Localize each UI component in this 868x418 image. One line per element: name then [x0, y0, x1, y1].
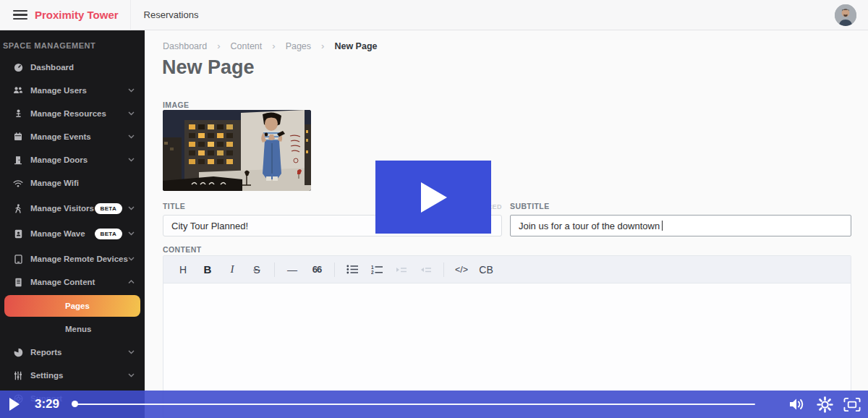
hamburger-menu-icon[interactable] [13, 10, 27, 20]
sidebar-subitem-pages[interactable]: Pages [4, 295, 140, 317]
mural-photo [163, 110, 311, 191]
toolbar-divider [443, 263, 444, 277]
sidebar-item-label: Menus [65, 325, 91, 333]
sidebar-item-manage-wave[interactable]: Manage Wave BETA [0, 222, 145, 245]
door-icon [13, 155, 23, 165]
chevron-down-icon [128, 373, 135, 378]
sidebar-item-manage-content[interactable]: Manage Content [0, 270, 145, 294]
sidebar-subitem-menus[interactable]: Menus [0, 317, 145, 341]
sidebar-item-dashboard[interactable]: Dashboard [0, 56, 145, 79]
sidebar-item-manage-events[interactable]: Manage Events [0, 125, 145, 148]
video-timestamp: 3:29 [35, 397, 59, 411]
breadcrumb-content[interactable]: Content [231, 41, 263, 51]
progress-track[interactable] [77, 404, 755, 406]
resource-icon [13, 109, 23, 119]
chevron-down-icon [128, 111, 135, 116]
blockquote-button[interactable]: 66 [308, 260, 326, 279]
video-progress [72, 403, 755, 406]
settings-button[interactable] [816, 396, 833, 412]
sidebar-item-manage-wifi[interactable]: Manage Wifi [0, 171, 145, 195]
brand-logo[interactable]: Proximity Tower [35, 9, 119, 21]
wifi-icon [13, 179, 23, 188]
strikethrough-button[interactable]: S [248, 260, 265, 279]
sidebar-item-reports[interactable]: Reports [0, 341, 145, 364]
chevron-down-icon [128, 158, 135, 162]
breadcrumb-separator: › [272, 40, 275, 51]
sidebar-item-label: Pages [65, 302, 90, 310]
toolbar-divider [274, 263, 275, 277]
user-avatar[interactable] [835, 4, 856, 26]
breadcrumb-current: New Page [334, 41, 377, 51]
content-field-label: CONTENT [163, 245, 202, 254]
sidebar-item-label: Manage Remote Devices [30, 255, 128, 263]
document-icon [13, 278, 23, 287]
avatar-image [835, 4, 856, 26]
chevron-down-icon [128, 135, 135, 139]
code-button[interactable]: </> [453, 260, 470, 279]
volume-icon [788, 397, 806, 411]
subtitle-input[interactable]: Join us for a tour of the downtown [510, 215, 851, 236]
horizontal-rule-button[interactable]: — [284, 260, 301, 279]
sidebar-item-label: Manage Wave [30, 229, 95, 238]
subtitle-field-label: SUBTITLE [510, 202, 550, 210]
tablet-icon [13, 255, 23, 264]
indent-button[interactable] [393, 260, 410, 279]
fullscreen-button[interactable] [843, 396, 861, 412]
outdent-button[interactable] [417, 260, 435, 279]
video-player-bar: 3:29 [0, 391, 868, 418]
image-thumbnail[interactable] [163, 110, 311, 191]
sidebar: SPACE MANAGEMENT Dashboard Manage Users … [0, 30, 145, 418]
sidebar-item-manage-remote-devices[interactable]: Manage Remote Devices [0, 247, 145, 270]
sidebar-item-label: Manage Visitors [30, 204, 95, 213]
calendar-icon [13, 132, 23, 142]
sidebar-item-label: Manage Resources [30, 109, 128, 118]
image-field-label: IMAGE [163, 101, 189, 109]
sidebar-item-settings[interactable]: Settings [0, 364, 145, 387]
breadcrumb: Dashboard › Content › Pages › New Page [163, 40, 377, 51]
chevron-down-icon [128, 231, 135, 236]
sidebar-item-manage-users[interactable]: Manage Users [0, 79, 145, 102]
code-block-button[interactable]: CB [477, 260, 495, 279]
video-play-overlay-button[interactable] [375, 161, 491, 234]
sidebar-item-label: Manage Events [30, 132, 128, 141]
chevron-down-icon [128, 350, 135, 354]
bold-button[interactable]: B [199, 260, 216, 279]
form-fields-row: TITLE REQUIRED SUBTITLE Join us for a to… [163, 202, 851, 236]
sidebar-item-manage-visitors[interactable]: Manage Visitors BETA [0, 197, 145, 220]
text-cursor [662, 221, 663, 231]
sidebar-item-manage-resources[interactable]: Manage Resources [0, 102, 145, 125]
walking-person-icon [13, 204, 23, 213]
svg-text:1: 1 [371, 265, 374, 270]
sidebar-item-label: Manage Users [30, 86, 128, 95]
volume-button[interactable] [788, 396, 806, 412]
id-badge-icon [13, 229, 23, 239]
play-button[interactable] [9, 398, 20, 411]
breadcrumb-separator: › [321, 40, 324, 51]
sliders-icon [13, 371, 23, 380]
gauge-icon [13, 63, 23, 72]
chevron-down-icon [128, 257, 135, 261]
top-bar: Proximity Tower Reservations [0, 0, 868, 30]
sidebar-item-label: Dashboard [30, 63, 135, 72]
pie-chart-icon [13, 348, 23, 357]
sidebar-item-manage-doors[interactable]: Manage Doors [0, 148, 145, 171]
heading-button[interactable]: H [174, 260, 192, 279]
bullet-list-button[interactable] [344, 260, 361, 279]
breadcrumb-pages[interactable]: Pages [286, 41, 311, 51]
beta-badge: BETA [95, 203, 122, 214]
svg-text:2: 2 [371, 270, 374, 275]
chevron-down-icon [128, 88, 135, 93]
sidebar-item-label: Reports [30, 348, 128, 357]
toolbar-divider [334, 263, 335, 277]
sidebar-item-label: Manage Wifi [30, 179, 135, 187]
users-icon [13, 86, 23, 95]
title-field-label: TITLE [163, 202, 185, 210]
play-icon [418, 181, 448, 214]
sidebar-item-label: Settings [30, 371, 128, 380]
breadcrumb-dashboard[interactable]: Dashboard [163, 41, 207, 51]
subtitle-value: Join us for a tour of the downtown [519, 221, 660, 231]
chevron-down-icon [128, 206, 135, 210]
italic-button[interactable]: I [224, 260, 241, 279]
ordered-list-button[interactable]: 12 [368, 260, 386, 279]
nav-reservations[interactable]: Reservations [144, 9, 199, 20]
